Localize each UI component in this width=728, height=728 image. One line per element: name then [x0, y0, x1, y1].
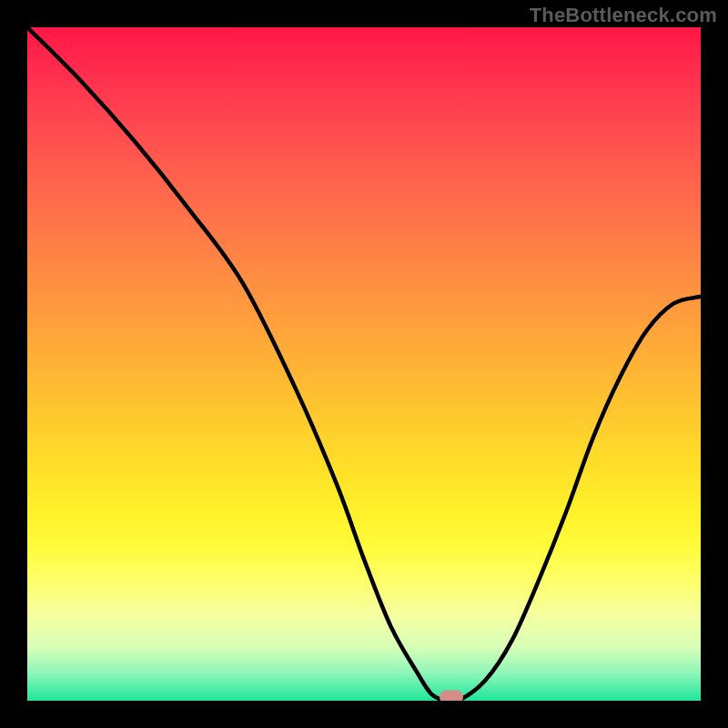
curve-svg — [27, 27, 701, 701]
chart-frame: TheBottleneck.com — [0, 0, 728, 728]
bottleneck-curve — [27, 27, 701, 701]
watermark-text: TheBottleneck.com — [530, 4, 717, 27]
plot-area — [27, 27, 701, 701]
minimum-marker — [440, 691, 463, 702]
